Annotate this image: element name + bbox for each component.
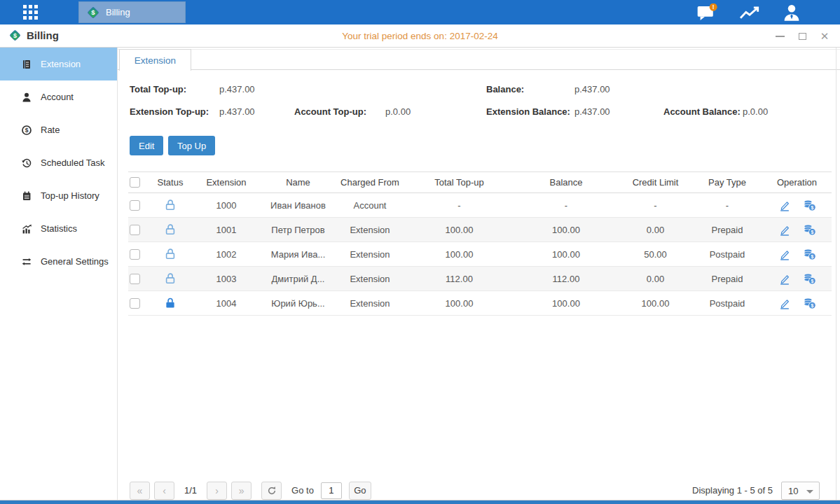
- top-bar: $ Billing !: [0, 0, 840, 24]
- notification-badge: !: [712, 4, 715, 10]
- col-total-topup[interactable]: Total Top-up: [405, 177, 514, 188]
- refresh-icon: [267, 486, 277, 496]
- person-icon: [21, 92, 32, 103]
- account-balance-label: Account Balance:: [663, 106, 741, 117]
- sidebar-item-label: Scheduled Task: [41, 158, 105, 168]
- row-checkbox[interactable]: [130, 225, 140, 235]
- window-right-border: [836, 48, 836, 500]
- sidebar-item-label: Top-up History: [41, 190, 99, 201]
- window-bottom-frame: [0, 500, 840, 504]
- lock-status-icon: [164, 223, 177, 236]
- svg-text:$: $: [25, 127, 29, 134]
- total-topup-label: Total Top-up:: [130, 84, 186, 94]
- col-charged-from[interactable]: Charged From: [335, 177, 405, 188]
- displaying-status: Displaying 1 - 5 of 5: [636, 485, 773, 496]
- next-page-button[interactable]: ›: [207, 482, 227, 500]
- edit-pencil-icon[interactable]: [778, 248, 791, 260]
- tab-extension[interactable]: Extension: [119, 49, 191, 71]
- table-row[interactable]: 1002 Мария Ива... Extension 100.00 100.0…: [128, 242, 832, 267]
- sidebar-item-label: Statistics: [41, 223, 77, 234]
- col-pay-type[interactable]: Pay Type: [692, 177, 762, 188]
- table-row[interactable]: 1000 Иван Иванов Account - - - - $: [128, 193, 832, 218]
- select-all-checkbox[interactable]: [130, 177, 140, 188]
- edit-pencil-icon[interactable]: [778, 224, 791, 236]
- close-icon[interactable]: ✕: [819, 31, 830, 42]
- sidebar-item-rate[interactable]: $ Rate: [0, 113, 117, 146]
- topup-button[interactable]: Top Up: [168, 136, 215, 155]
- row-checkbox[interactable]: [130, 200, 140, 211]
- billing-app-window: $ Billing !: [0, 0, 840, 504]
- minimize-icon[interactable]: [774, 31, 785, 42]
- lock-status-icon: [164, 272, 177, 285]
- billing-diamond-icon: $: [86, 6, 100, 20]
- col-extension[interactable]: Extension: [191, 177, 261, 188]
- lock-status-icon: [164, 297, 177, 309]
- sidebar-item-statistics[interactable]: Statistics: [0, 212, 117, 245]
- goto-label: Go to: [291, 485, 314, 496]
- total-topup-value: p.437.00: [219, 84, 255, 94]
- topup-coins-icon[interactable]: $: [803, 298, 815, 309]
- sidebar-item-label: General Settings: [41, 256, 109, 267]
- first-page-button[interactable]: «: [130, 482, 150, 500]
- last-page-button[interactable]: »: [231, 482, 252, 500]
- svg-text:$: $: [811, 253, 813, 259]
- extension-balance-value: p.437.00: [574, 106, 610, 117]
- row-checkbox[interactable]: [130, 298, 140, 309]
- sidebar-item-label: Extension: [41, 59, 81, 69]
- topup-coins-icon[interactable]: $: [803, 273, 815, 285]
- sidebar: Extension Account $ Rate Scheduled Task: [0, 48, 118, 500]
- page-indicator: 1/1: [179, 485, 202, 496]
- page-size-select[interactable]: 10: [781, 482, 820, 500]
- table-row[interactable]: 1003 Дмитрий Д... Extension 112.00 112.0…: [128, 267, 832, 291]
- topup-coins-icon[interactable]: $: [803, 224, 815, 236]
- col-credit-limit[interactable]: Credit Limit: [619, 177, 692, 188]
- sidebar-item-extension[interactable]: Extension: [0, 48, 117, 80]
- taskbar-tab-billing[interactable]: $ Billing: [78, 1, 186, 23]
- go-button[interactable]: Go: [349, 482, 371, 500]
- edit-button[interactable]: Edit: [130, 136, 163, 155]
- sidebar-item-account[interactable]: Account: [0, 80, 117, 113]
- balance-label: Balance:: [486, 84, 524, 94]
- main-content: Extension Total Top-up: p.437.00 Balance…: [118, 48, 840, 500]
- svg-text:$: $: [811, 204, 813, 210]
- sidebar-item-scheduled-task[interactable]: Scheduled Task: [0, 146, 117, 179]
- svg-text:$: $: [811, 278, 813, 284]
- messages-icon[interactable]: !: [696, 4, 719, 22]
- account-balance-value: p.0.00: [743, 106, 768, 117]
- topup-coins-icon[interactable]: $: [803, 248, 815, 260]
- edit-pencil-icon[interactable]: [778, 200, 791, 211]
- transfer-arrows-icon: [21, 256, 32, 267]
- prev-page-button[interactable]: ‹: [154, 482, 174, 500]
- edit-pencil-icon[interactable]: [778, 273, 791, 285]
- table-row[interactable]: 1001 Петр Петров Extension 100.00 100.00…: [128, 218, 832, 242]
- notebook-icon: [21, 190, 32, 202]
- svg-text:$: $: [811, 302, 813, 308]
- app-launcher-grid-icon[interactable]: [23, 5, 39, 20]
- col-operation: Operation: [762, 177, 832, 188]
- edit-pencil-icon[interactable]: [778, 298, 791, 309]
- col-balance[interactable]: Balance: [514, 177, 619, 188]
- table-row[interactable]: 1004 Юрий Юрь... Extension 100.00 100.00…: [128, 291, 832, 316]
- svg-text:$: $: [811, 229, 813, 234]
- sidebar-item-general-settings[interactable]: General Settings: [0, 245, 117, 278]
- col-name[interactable]: Name: [261, 177, 335, 188]
- reports-chart-icon[interactable]: [738, 4, 762, 22]
- ledger-icon: [21, 59, 32, 70]
- row-checkbox[interactable]: [130, 274, 140, 284]
- extension-topup-value: p.437.00: [219, 106, 255, 117]
- sidebar-item-topup-history[interactable]: Top-up History: [0, 179, 117, 212]
- row-checkbox[interactable]: [130, 249, 140, 260]
- refresh-button[interactable]: [261, 482, 282, 500]
- account-topup-value: p.0.00: [385, 106, 411, 117]
- sidebar-item-label: Rate: [41, 125, 60, 135]
- extension-topup-label: Extension Top-up:: [130, 106, 209, 117]
- col-status[interactable]: Status: [149, 177, 191, 188]
- extensions-table: Status Extension Name Charged From Total…: [128, 172, 832, 316]
- maximize-icon[interactable]: [797, 31, 808, 42]
- tab-strip: [118, 49, 840, 70]
- topup-coins-icon[interactable]: $: [803, 200, 815, 211]
- lock-status-icon: [164, 199, 177, 211]
- lock-status-icon: [164, 248, 177, 260]
- goto-page-input[interactable]: [321, 482, 342, 499]
- user-account-icon[interactable]: [780, 4, 804, 22]
